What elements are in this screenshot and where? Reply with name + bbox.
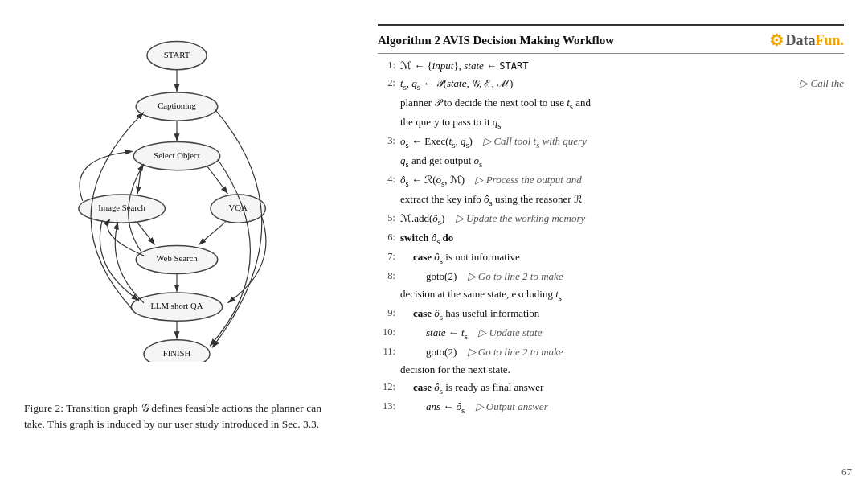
algo-line-7: 7: case ôs is not informative: [378, 248, 844, 268]
datafun-data-text: Data: [785, 32, 815, 49]
algo-line-9: 9: case ôs has useful information: [378, 305, 844, 324]
algo-line-2-cont2: the query to pass to it qs: [378, 113, 844, 133]
svg-line-15: [199, 222, 225, 244]
algo-line-6: 6: switch ôs do: [378, 229, 844, 248]
captioning-node-label: Captioning: [158, 100, 196, 110]
algo-line-3-cont: qs and get output os: [378, 152, 844, 171]
llm-qa-node-label: LLM short QA: [151, 301, 203, 310]
gear-icon: ⚙: [769, 31, 784, 50]
image-search-node-label: Image Search: [98, 203, 145, 212]
algo-line-2: 2: ts, qs ← 𝒫(state, 𝒢, ℰ, ℳ) ▷ Call the: [378, 75, 844, 94]
algo-line-4-cont: extract the key info ôs using the reason…: [378, 191, 844, 210]
algo-content: 1: ℳ ← {input}, state ← START 2: ts, qs …: [378, 54, 844, 420]
algo-line-1: 1: ℳ ← {input}, state ← START: [378, 57, 844, 75]
algo-title-text: Algorithm 2 AVIS Decision Making Workflo…: [378, 34, 614, 47]
datafun-fun-text: Fun.: [815, 32, 844, 49]
figure-caption: Figure 2: Transition graph 𝒢 defines fea…: [24, 400, 338, 433]
finish-node-label: FINISH: [163, 348, 191, 358]
algo-line-11-cont: decision for the next state.: [378, 361, 844, 379]
web-search-node-label: Web Search: [156, 253, 198, 263]
svg-line-14: [137, 223, 154, 244]
algo-line-3: 3: os ← Exec(ts, qs) ▷ Call tool ts with…: [378, 133, 844, 152]
select-object-node-label: Select Object: [154, 150, 200, 160]
algo-line-8: 8: goto(2) ▷ Go to line 2 to make: [378, 268, 844, 285]
page-container: START Captioning Select Object Image Sea…: [0, 0, 868, 488]
diagram-area: START Captioning Select Object Image Sea…: [24, 24, 362, 394]
left-panel: START Captioning Select Object Image Sea…: [24, 24, 362, 464]
algo-line-5: 5: ℳ.add(ôs) ▷ Update the working memory: [378, 210, 844, 229]
algo-line-8-cont: decision at the same state, excluding ts…: [378, 285, 844, 305]
page-number: 67: [841, 465, 852, 478]
algo-line-11: 11: goto(2) ▷ Go to line 2 to make: [378, 343, 844, 361]
algo-title: Algorithm 2 AVIS Decision Making Workflo…: [378, 34, 614, 47]
algo-line-4: 4: ôs ← ℛ(os, ℳ) ▷ Process the output an…: [378, 171, 844, 191]
transition-graph-svg: START Captioning Select Object Image Sea…: [24, 24, 330, 362]
start-node-label: START: [164, 50, 190, 59]
algo-header: Algorithm 2 AVIS Decision Making Workflo…: [378, 26, 844, 54]
datafun-logo: ⚙ Data Fun.: [769, 31, 844, 50]
right-panel: Algorithm 2 AVIS Decision Making Workflo…: [378, 24, 844, 464]
algo-line-13: 13: ans ← ôs ▷ Output answer: [378, 398, 844, 417]
vqa-node-label: VQA: [229, 203, 248, 212]
algo-line-2-cont1: planner 𝒫 to decide the next tool to use…: [378, 94, 844, 113]
algo-line-10: 10: state ← ts ▷ Update state: [378, 324, 844, 343]
algo-line-12: 12: case ôs is ready as final answer: [378, 379, 844, 398]
